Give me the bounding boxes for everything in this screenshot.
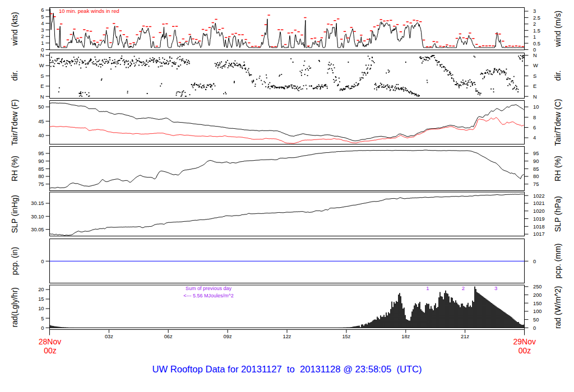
svg-text:UW Rooftop Data for 20131127: UW Rooftop Data for 20131127 to 20131128… [152, 364, 422, 375]
svg-text:40: 40 [38, 133, 44, 138]
svg-text:dir.: dir. [553, 71, 562, 81]
svg-text:75: 75 [533, 181, 539, 187]
svg-text:rad(Lgly/hr): rad(Lgly/hr) [10, 287, 19, 328]
svg-text:1020: 1020 [533, 208, 545, 214]
svg-text:0: 0 [533, 325, 536, 331]
svg-text:W: W [533, 63, 538, 68]
svg-text:dir.: dir. [10, 71, 19, 81]
svg-text:75: 75 [38, 181, 44, 187]
svg-text:10: 10 [38, 306, 44, 311]
svg-text:80: 80 [38, 174, 44, 179]
svg-text:12z: 12z [283, 334, 291, 339]
svg-text:0: 0 [41, 47, 44, 53]
svg-text:pcp. (in): pcp. (in) [10, 247, 19, 276]
svg-text:0: 0 [533, 47, 536, 53]
svg-text:6: 6 [41, 7, 44, 13]
svg-text:95: 95 [533, 151, 539, 156]
svg-text:50: 50 [533, 317, 539, 323]
svg-text:wind (kts): wind (kts) [10, 12, 19, 46]
svg-text:1: 1 [41, 40, 44, 46]
svg-text:pcp. (mm): pcp. (mm) [553, 244, 562, 279]
svg-text:6: 6 [533, 125, 536, 130]
svg-text:3: 3 [494, 285, 497, 291]
svg-text:06z: 06z [164, 334, 173, 339]
svg-text:100: 100 [533, 309, 542, 314]
svg-text:5: 5 [41, 316, 44, 321]
svg-text:SLP (hPa): SLP (hPa) [553, 196, 562, 232]
svg-text:0.5: 0.5 [533, 41, 540, 46]
svg-text:0: 0 [41, 325, 44, 331]
svg-text:1: 1 [533, 34, 536, 40]
svg-text:15z: 15z [342, 334, 350, 339]
svg-text:N: N [40, 53, 44, 58]
svg-text:N: N [533, 53, 537, 58]
svg-text:RH (%): RH (%) [10, 156, 19, 181]
svg-text:2: 2 [462, 285, 465, 291]
svg-text:Tair/Tdew (C): Tair/Tdew (C) [553, 99, 562, 146]
svg-text:30.15: 30.15 [31, 200, 44, 206]
svg-text:95: 95 [38, 151, 44, 156]
svg-text:00z: 00z [519, 346, 531, 355]
svg-text:0: 0 [41, 259, 44, 264]
svg-text:0: 0 [533, 259, 536, 264]
svg-text:03z: 03z [105, 334, 113, 339]
svg-text:5: 5 [41, 14, 44, 20]
svg-text:Sum of previous day: Sum of previous day [186, 286, 232, 291]
svg-text:28Nov: 28Nov [39, 337, 61, 346]
svg-text:18z: 18z [401, 334, 410, 339]
svg-text:85: 85 [38, 166, 44, 172]
svg-text:4: 4 [533, 135, 536, 141]
svg-text:150: 150 [533, 301, 542, 306]
svg-text:1017: 1017 [533, 231, 545, 237]
svg-text:Tair/Tdew (F): Tair/Tdew (F) [10, 99, 19, 145]
svg-text:<--- 5.56 MJoules/m^2: <--- 5.56 MJoules/m^2 [183, 293, 234, 298]
svg-text:00z: 00z [44, 346, 57, 355]
svg-text:N: N [533, 94, 537, 100]
svg-text:SLP (inHg): SLP (inHg) [10, 195, 19, 233]
svg-text:E: E [533, 83, 536, 89]
svg-text:50: 50 [38, 104, 44, 110]
svg-text:250: 250 [533, 284, 542, 290]
svg-text:200: 200 [533, 292, 542, 298]
svg-text:S: S [40, 73, 44, 79]
svg-text:1: 1 [426, 285, 429, 291]
svg-text:E: E [40, 83, 44, 89]
svg-text:8: 8 [533, 115, 536, 120]
svg-text:1.5: 1.5 [533, 28, 540, 34]
svg-text:1021: 1021 [533, 200, 545, 206]
svg-text:1019: 1019 [533, 216, 545, 222]
svg-text:15: 15 [38, 296, 44, 302]
svg-text:90: 90 [533, 158, 539, 164]
svg-text:N: N [40, 94, 44, 100]
svg-text:rad (W/m^2): rad (W/m^2) [553, 286, 562, 329]
svg-text:2: 2 [533, 21, 536, 27]
svg-text:09z: 09z [224, 334, 232, 339]
svg-text:20: 20 [38, 287, 44, 292]
svg-text:1022: 1022 [533, 193, 545, 199]
svg-text:W: W [39, 63, 44, 68]
svg-text:3: 3 [533, 8, 536, 14]
svg-text:30.05: 30.05 [31, 227, 44, 232]
svg-text:RH (%): RH (%) [553, 156, 562, 181]
svg-text:80: 80 [533, 174, 539, 179]
svg-text:45: 45 [38, 119, 44, 124]
svg-text:85: 85 [533, 166, 539, 172]
svg-text:2.5: 2.5 [533, 15, 540, 21]
svg-text:10 min. peak winds in red: 10 min. peak winds in red [59, 8, 119, 14]
svg-text:30.10: 30.10 [31, 214, 44, 220]
svg-text:10: 10 [533, 104, 539, 110]
svg-text:21z: 21z [461, 334, 469, 339]
svg-text:29Nov: 29Nov [513, 337, 535, 346]
svg-text:2: 2 [41, 34, 44, 39]
svg-text:1018: 1018 [533, 224, 545, 230]
svg-text:4: 4 [41, 21, 44, 26]
svg-text:90: 90 [38, 158, 44, 164]
svg-text:S: S [533, 73, 536, 79]
svg-text:3: 3 [41, 27, 44, 33]
svg-text:wind (m/s): wind (m/s) [553, 11, 562, 48]
